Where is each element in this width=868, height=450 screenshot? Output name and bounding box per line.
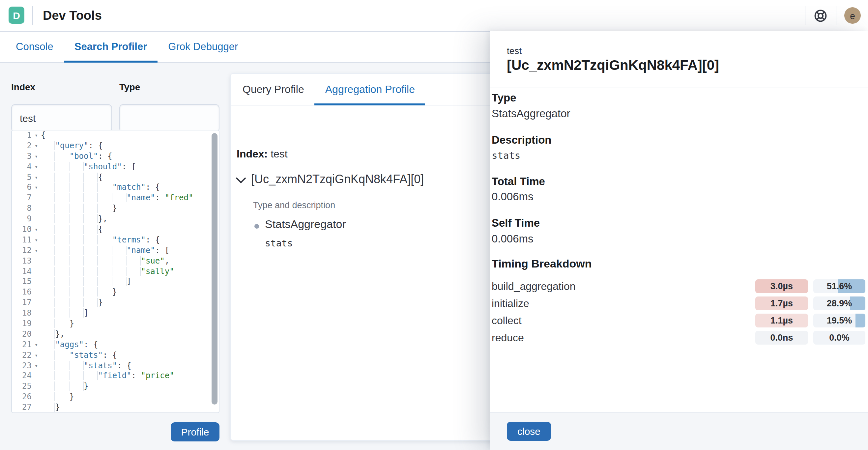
detail-value: StatsAggregator bbox=[492, 107, 868, 120]
result-index-line: Index: test bbox=[237, 148, 288, 160]
line-number: 17 bbox=[12, 298, 32, 309]
aggregation-profile-body: Index: test [Uc_zxmN2TzqiGnKqN8k4FA][0] … bbox=[231, 105, 498, 442]
fold-spacer bbox=[32, 266, 41, 277]
fold-spacer bbox=[32, 277, 41, 288]
editor-line: 17 } bbox=[12, 298, 219, 309]
editor-line: 3▾ "bool": { bbox=[12, 152, 219, 162]
page-title: Dev Tools bbox=[43, 8, 102, 23]
tab-grok-debugger[interactable]: Grok Debugger bbox=[157, 31, 248, 62]
line-number: 6 bbox=[12, 183, 32, 193]
tab-search-profiler[interactable]: Search Profiler bbox=[64, 31, 158, 62]
index-input[interactable] bbox=[11, 104, 112, 132]
bullet-icon bbox=[254, 224, 259, 229]
type-input[interactable] bbox=[119, 104, 219, 132]
divider bbox=[805, 6, 805, 25]
editor-line: 10▾ { bbox=[12, 225, 219, 235]
tab-aggregation-profile[interactable]: Aggregation Profile bbox=[315, 74, 426, 105]
editor-line: 1▾{ bbox=[12, 130, 219, 141]
flyout-header: test [Uc_zxmN2TzqiGnKqN8k4FA][0] bbox=[490, 31, 868, 88]
fold-icon[interactable]: ▾ bbox=[32, 235, 41, 246]
flyout-footer: close bbox=[490, 412, 868, 450]
app-root: D Dev Tools e ConsoleSearch ProfilerGrok… bbox=[0, 0, 868, 450]
timing-name: collect bbox=[492, 312, 868, 329]
aggregation-row[interactable]: [Uc_zxmN2TzqiGnKqN8k4FA][0] bbox=[236, 172, 424, 187]
line-number: 18 bbox=[12, 308, 32, 319]
line-number: 10 bbox=[12, 225, 32, 235]
timing-row: collect1.1µs19.5% bbox=[492, 312, 868, 329]
editor-line: 18 ] bbox=[12, 308, 219, 319]
divider bbox=[32, 6, 33, 25]
line-number: 5 bbox=[12, 172, 32, 183]
editor-line: 14 "sally" bbox=[12, 266, 219, 277]
fold-icon[interactable]: ▾ bbox=[32, 225, 41, 235]
timing-row: build_aggregation3.0µs51.6% bbox=[492, 278, 868, 295]
query-editor[interactable]: 1▾{2▾ "query": {3▾ "bool": {4▾ "should":… bbox=[11, 130, 219, 413]
percent-fill bbox=[850, 296, 865, 310]
editor-line: 4▾ "should": [ bbox=[12, 162, 219, 172]
line-number: 3 bbox=[12, 152, 32, 162]
fold-icon[interactable]: ▾ bbox=[32, 340, 41, 351]
timing-name: reduce bbox=[492, 329, 868, 346]
timing-row: initialize1.7µs28.9% bbox=[492, 295, 868, 312]
timing-name: build_aggregation bbox=[492, 278, 868, 295]
line-number: 12 bbox=[12, 246, 32, 256]
profile-button[interactable]: Profile bbox=[171, 422, 219, 442]
fold-spacer bbox=[32, 193, 41, 204]
tab-query-profile[interactable]: Query Profile bbox=[232, 74, 315, 105]
timing-name: initialize bbox=[492, 295, 868, 312]
fold-icon[interactable]: ▾ bbox=[32, 141, 41, 152]
user-avatar[interactable]: e bbox=[844, 7, 861, 24]
detail-value: 0.006ms bbox=[492, 190, 868, 203]
editor-line: 24 "field": "price" bbox=[12, 371, 219, 382]
line-number: 11 bbox=[12, 235, 32, 246]
line-number: 20 bbox=[12, 329, 32, 340]
fold-spacer bbox=[32, 319, 41, 329]
detail-label: Type bbox=[492, 92, 868, 104]
fold-icon[interactable]: ▾ bbox=[32, 162, 41, 172]
line-number: 24 bbox=[12, 371, 32, 382]
line-number: 4 bbox=[12, 162, 32, 172]
line-number: 7 bbox=[12, 193, 32, 204]
aggregation-description: stats bbox=[265, 238, 292, 248]
fold-icon[interactable]: ▾ bbox=[32, 350, 41, 361]
fold-spacer bbox=[32, 371, 41, 382]
kibana-logo[interactable]: D bbox=[8, 7, 24, 24]
line-number: 25 bbox=[12, 382, 32, 392]
editor-scrollbar[interactable] bbox=[212, 133, 217, 405]
editor-line: 9 }, bbox=[12, 214, 219, 225]
top-bar: D Dev Tools e bbox=[0, 0, 868, 32]
fold-icon[interactable]: ▾ bbox=[32, 246, 41, 256]
fold-icon[interactable]: ▾ bbox=[32, 152, 41, 162]
chevron-down-icon bbox=[236, 173, 246, 183]
tab-console[interactable]: Console bbox=[5, 31, 64, 62]
line-number: 2 bbox=[12, 141, 32, 152]
fold-spacer bbox=[32, 392, 41, 403]
type-label: Type bbox=[119, 82, 140, 92]
fold-icon[interactable]: ▾ bbox=[32, 172, 41, 183]
editor-line: 26 } bbox=[12, 392, 219, 403]
editor-line: 19 } bbox=[12, 319, 219, 329]
help-icon[interactable] bbox=[813, 8, 828, 23]
editor-line: 21▾ "aggs": { bbox=[12, 340, 219, 351]
time-badge: 3.0µs bbox=[755, 279, 808, 293]
line-number: 26 bbox=[12, 392, 32, 403]
time-badge: 0.0ns bbox=[755, 331, 808, 344]
fold-spacer bbox=[32, 256, 41, 266]
editor-line: 15 ] bbox=[12, 277, 219, 288]
divider bbox=[836, 6, 836, 25]
fold-icon[interactable]: ▾ bbox=[32, 130, 41, 141]
editor-line: 16 } bbox=[12, 288, 219, 298]
profiler-result-panel: Query ProfileAggregation Profile Index: … bbox=[230, 73, 499, 441]
percent-badge: 51.6% bbox=[813, 279, 865, 293]
close-button[interactable]: close bbox=[507, 422, 551, 441]
timing-row: reduce0.0ns0.0% bbox=[492, 329, 868, 346]
editor-line: 27 } bbox=[12, 403, 219, 413]
type-description-label: Type and description bbox=[253, 200, 335, 210]
detail-label: Total Time bbox=[492, 175, 868, 188]
result-index-value: test bbox=[271, 148, 288, 159]
line-number: 13 bbox=[12, 256, 32, 266]
percent-badge: 28.9% bbox=[813, 296, 865, 310]
detail-value: stats bbox=[492, 150, 868, 161]
fold-icon[interactable]: ▾ bbox=[32, 183, 41, 193]
fold-icon[interactable]: ▾ bbox=[32, 361, 41, 371]
